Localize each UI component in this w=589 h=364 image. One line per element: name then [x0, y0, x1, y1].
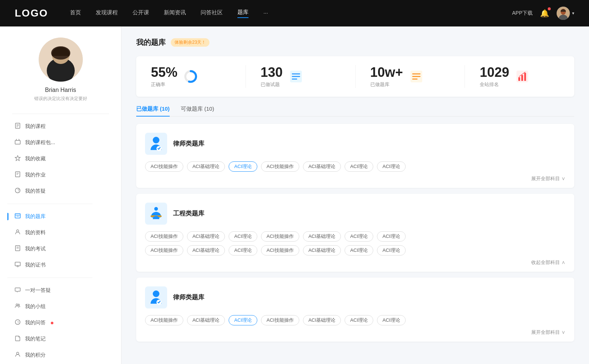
certificate-icon [15, 261, 21, 269]
expand-button-lawyer-1[interactable]: 展开全部科目 ∨ [531, 175, 565, 182]
bank-tags-engineer-row1: ACI技能操作 ACI基础理论 ACI理论 ACI技能操作 ACI基础理论 AC… [145, 231, 565, 242]
profile-section: Brian Harris 错误的决定比没有决定要好 [34, 38, 87, 102]
stat-text-ranking: 1029 全站排名 [480, 65, 509, 88]
sidebar-label-exam: 我的考试 [25, 246, 46, 252]
bank-tag[interactable]: ACI基础理论 [303, 231, 341, 242]
user-avatar-menu[interactable]: ▾ [557, 7, 574, 20]
svg-point-52 [153, 290, 159, 297]
tab-available-banks[interactable]: 可做题库 (10) [181, 106, 214, 116]
notes-icon [15, 335, 21, 343]
bank-tag[interactable]: ACI基础理论 [187, 245, 225, 256]
svg-point-46 [153, 137, 159, 143]
header-right: APP下载 🔔 ▾ [512, 7, 574, 20]
sidebar-item-bank[interactable]: 我的题库 [7, 208, 114, 225]
trial-badge: 体验剩余23天！ [171, 38, 209, 47]
svg-rect-43 [518, 77, 520, 81]
sidebar-item-points[interactable]: 我的积分 [7, 347, 114, 363]
nav-bank[interactable]: 题库 [237, 9, 248, 18]
bank-tag[interactable]: ACI理论 [345, 231, 373, 242]
bell-icon: 🔔 [540, 9, 549, 17]
collapse-button-engineer[interactable]: 收起全部科目 ∧ [531, 259, 565, 266]
bank-icon [15, 213, 21, 220]
favorites-icon [15, 155, 21, 163]
sidebar-item-my-questions[interactable]: ? 我的问答 [7, 315, 114, 331]
bank-tag[interactable]: ACI基础理论 [187, 161, 225, 172]
sidebar-item-questions[interactable]: ? 我的答疑 [7, 183, 114, 199]
sidebar-item-group[interactable]: 我的小组 [7, 299, 114, 315]
nav-open-course[interactable]: 公开课 [133, 9, 149, 18]
bank-tag-active[interactable]: ACI理论 [229, 161, 257, 172]
bank-tag[interactable]: ACI理论 [345, 315, 373, 325]
nav-home[interactable]: 首页 [70, 9, 81, 18]
sidebar-label-one-on-one: 一对一答疑 [25, 287, 51, 294]
bank-tags-engineer-row2: ACI技能操作 ACI基础理论 ACI理论 ACI技能操作 ACI基础理论 AC… [145, 245, 565, 256]
app-download-link[interactable]: APP下载 [512, 10, 533, 17]
notification-bell[interactable]: 🔔 [540, 9, 549, 18]
questions-red-dot [51, 322, 53, 324]
nav-discover[interactable]: 发现课程 [96, 9, 118, 18]
bank-tag[interactable]: ACI技能操作 [145, 245, 183, 256]
bank-tag[interactable]: ACI基础理论 [303, 245, 341, 256]
bank-tag[interactable]: ACI理论 [377, 315, 406, 325]
bank-tag[interactable]: ACI理论 [345, 161, 373, 172]
profile-avatar [39, 38, 83, 82]
sidebar-item-notes[interactable]: 我的笔记 [7, 331, 114, 347]
bank-footer-lawyer-1: 展开全部科目 ∨ [145, 175, 565, 182]
bank-tabs: 已做题库 (10) 可做题库 (10) [136, 106, 574, 117]
bank-header-lawyer-2: 律师类题库 [145, 286, 565, 308]
sidebar-item-favorites[interactable]: 我的收藏 [7, 151, 114, 167]
exam-icon [15, 245, 21, 253]
stat-label-correct: 正确率 [151, 81, 177, 88]
bank-tag[interactable]: ACI理论 [345, 245, 373, 256]
sidebar-label-my-questions: 我的问答 [25, 320, 46, 326]
sidebar-item-course[interactable]: 我的课程 [7, 118, 114, 135]
bank-tag[interactable]: ACI基础理论 [187, 315, 225, 325]
bank-tag[interactable]: ACI基础理论 [303, 161, 341, 172]
sidebar-item-homework[interactable]: 我的作业 [7, 167, 114, 183]
bank-tag[interactable]: ACI理论 [377, 245, 406, 256]
bank-icon-lawyer-2 [145, 286, 167, 308]
sidebar-label-certificate: 我的证书 [25, 262, 46, 268]
bank-tags-lawyer-1: ACI技能操作 ACI基础理论 ACI理论 ACI技能操作 ACI基础理论 AC… [145, 161, 565, 172]
bank-tag[interactable]: ACI理论 [229, 245, 257, 256]
bank-tag[interactable]: ACI技能操作 [261, 245, 299, 256]
bank-tag[interactable]: ACI技能操作 [261, 231, 299, 242]
expand-button-lawyer-2[interactable]: 展开全部科目 ∨ [531, 329, 565, 336]
stat-value-ranking: 1029 [480, 65, 509, 80]
sidebar-item-exam[interactable]: 我的考试 [7, 241, 114, 257]
nav-news[interactable]: 新闻资讯 [164, 9, 186, 18]
sidebar-item-profile-data[interactable]: 我的资料 [7, 225, 114, 241]
bank-footer-engineer: 收起全部科目 ∧ [145, 259, 565, 266]
points-icon [15, 351, 21, 359]
bank-tag[interactable]: ACI基础理论 [303, 315, 341, 325]
bank-header-engineer: 工程类题库 [145, 203, 565, 225]
bank-tag[interactable]: ACI技能操作 [145, 161, 183, 172]
bank-tag[interactable]: ACI技能操作 [261, 315, 299, 325]
bank-tag[interactable]: ACI基础理论 [187, 231, 225, 242]
stat-value-done: 130 [261, 65, 283, 80]
course-icon [15, 123, 21, 130]
sidebar-label-course-package: 我的课程包... [25, 139, 55, 146]
bank-tag[interactable]: ACI理论 [377, 231, 406, 242]
bank-tag-active[interactable]: ACI理论 [229, 315, 257, 325]
sidebar-item-one-on-one[interactable]: 一对一答疑 [7, 282, 114, 299]
bank-tag[interactable]: ACI理论 [229, 231, 257, 242]
svg-rect-44 [521, 75, 523, 81]
svg-rect-45 [524, 73, 526, 81]
stat-text-done: 130 已做试题 [261, 65, 283, 88]
sidebar-item-certificate[interactable]: 我的证书 [7, 257, 114, 273]
tab-done-banks[interactable]: 已做题库 (10) [136, 106, 170, 116]
sidebar-item-course-package[interactable]: 我的课程包... [7, 135, 114, 151]
bank-tag[interactable]: ACI技能操作 [261, 161, 299, 172]
bank-title-engineer: 工程类题库 [173, 209, 204, 218]
page-title: 我的题库 [136, 38, 166, 47]
nav-qa[interactable]: 问答社区 [201, 9, 223, 18]
bank-tag[interactable]: ACI技能操作 [145, 231, 183, 242]
profile-data-icon [15, 229, 21, 236]
course-package-icon [15, 139, 21, 146]
list-blue-icon [289, 69, 303, 84]
bank-tag[interactable]: ACI技能操作 [145, 315, 183, 325]
nav-more[interactable]: ··· [263, 10, 268, 17]
bank-tag[interactable]: ACI理论 [377, 161, 406, 172]
svg-point-31 [17, 352, 19, 354]
